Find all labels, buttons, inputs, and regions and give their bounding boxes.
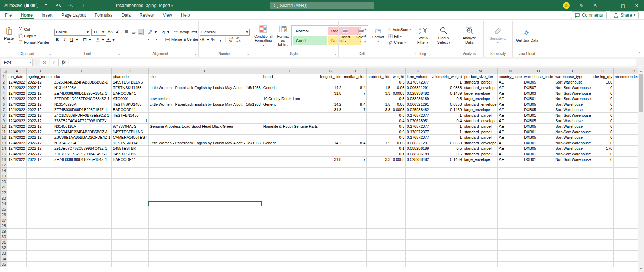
- cell-B35[interactable]: [27, 262, 53, 267]
- cell-J32[interactable]: [392, 245, 406, 251]
- cell-A34[interactable]: [7, 256, 27, 262]
- cell-R15[interactable]: 0: [614, 151, 638, 157]
- cell-C32[interactable]: [53, 245, 111, 251]
- cell-G1[interactable]: longest_side: [319, 74, 343, 79]
- column-header-P[interactable]: P: [554, 68, 592, 74]
- cell-A18[interactable]: [7, 168, 27, 173]
- cell-M16[interactable]: large_envelope: [463, 157, 498, 162]
- tab-home[interactable]: Home: [16, 11, 37, 19]
- cell-J26[interactable]: [392, 212, 406, 217]
- cell-A1[interactable]: run_date: [7, 74, 27, 79]
- cell-N15[interactable]: AE: [498, 151, 523, 157]
- column-header-Q[interactable]: Q: [592, 68, 614, 74]
- cell-K14[interactable]: 0.088286189: [406, 146, 430, 151]
- scroll-down-icon[interactable]: ▼: [638, 266, 644, 272]
- cell-H25[interactable]: [343, 206, 366, 212]
- cell-L26[interactable]: [430, 212, 463, 217]
- cell-L27[interactable]: [430, 217, 463, 223]
- cell-K25[interactable]: [406, 206, 430, 212]
- cell-I20[interactable]: [367, 179, 392, 184]
- cell-R17[interactable]: [614, 162, 638, 168]
- cell-D35[interactable]: [112, 262, 149, 267]
- cell-M18[interactable]: [463, 168, 498, 173]
- cell-B34[interactable]: [27, 256, 53, 262]
- cell-F18[interactable]: [262, 168, 319, 173]
- cell-J28[interactable]: [392, 223, 406, 229]
- cell-L28[interactable]: [430, 223, 463, 229]
- cell-J4[interactable]: 0.0003: [392, 90, 406, 96]
- number-format-select[interactable]: General▾: [200, 29, 250, 36]
- cell-style-good[interactable]: Good: [293, 36, 327, 45]
- row-header-29[interactable]: 29: [1, 229, 7, 234]
- cell-P16[interactable]: Non-Sort Warehouse: [554, 157, 592, 162]
- increase-indent-button[interactable]: [155, 36, 161, 42]
- cell-M14[interactable]: standard_parcel: [463, 146, 498, 151]
- cell-G15[interactable]: [319, 151, 343, 157]
- cell-C11[interactable]: Z6250434E224FAB3DB5BCZ-1: [53, 129, 111, 135]
- cell-Q14[interactable]: 170: [592, 146, 614, 151]
- cell-R2[interactable]: 100: [614, 79, 638, 85]
- cell-N25[interactable]: [498, 206, 523, 212]
- cell-L20[interactable]: [430, 179, 463, 184]
- cell-I28[interactable]: [367, 223, 392, 229]
- cell-H2[interactable]: [343, 79, 366, 85]
- underline-button[interactable]: U: [69, 37, 75, 43]
- cell-J23[interactable]: [392, 195, 406, 201]
- cell-R32[interactable]: [614, 245, 638, 251]
- cell-N12[interactable]: AE: [498, 135, 523, 140]
- cell-E5[interactable]: new perfume: [148, 96, 262, 101]
- align-top-button[interactable]: [123, 29, 129, 35]
- cell-J2[interactable]: 0.5: [392, 79, 406, 85]
- row-header-20[interactable]: 20: [1, 179, 7, 184]
- cell-F9[interactable]: [262, 118, 319, 124]
- cell-A31[interactable]: [7, 240, 27, 245]
- comma-style-button[interactable]: ,: [217, 37, 224, 43]
- cell-R18[interactable]: [614, 168, 638, 173]
- comments-button[interactable]: Comments: [571, 11, 606, 19]
- cell-B9[interactable]: 2022-12: [27, 118, 53, 124]
- cell-M5[interactable]: large_envelope: [463, 96, 498, 101]
- cell-J21[interactable]: [392, 184, 406, 190]
- cell-Q3[interactable]: 0: [592, 85, 614, 90]
- cell-H14[interactable]: [343, 146, 366, 151]
- cell-P1[interactable]: warehouse_type: [554, 74, 592, 79]
- row-header-32[interactable]: 32: [1, 245, 7, 251]
- cell-G28[interactable]: [319, 223, 343, 229]
- cell-O31[interactable]: [523, 240, 554, 245]
- cell-C24[interactable]: [53, 201, 111, 206]
- cell-R30[interactable]: [614, 234, 638, 240]
- styles-dialog-launcher[interactable]: ↘: [333, 52, 337, 56]
- cell-L2[interactable]: 1: [430, 79, 463, 85]
- cell-D24[interactable]: [112, 201, 149, 206]
- font-family-select[interactable]: Calibri▾: [54, 29, 90, 36]
- cell-O9[interactable]: DXB05: [523, 118, 554, 124]
- wrap-text-button[interactable]: abWrap Text: [173, 29, 198, 35]
- cell-E14[interactable]: [148, 146, 262, 151]
- cell-K26[interactable]: [406, 212, 430, 217]
- cell-H6[interactable]: 8.4: [343, 101, 366, 107]
- cell-O5[interactable]: DXB01: [523, 96, 554, 101]
- cell-J3[interactable]: 0.05: [392, 85, 406, 90]
- cell-G11[interactable]: [319, 129, 343, 135]
- cell-Q31[interactable]: [592, 240, 614, 245]
- cell-Q12[interactable]: 0: [592, 135, 614, 140]
- cell-F24[interactable]: [262, 201, 319, 206]
- cell-B4[interactable]: 2022-12: [27, 90, 53, 96]
- cell-K4[interactable]: 0.025938482: [406, 90, 430, 96]
- cell-D31[interactable]: [112, 240, 149, 245]
- cell-Q24[interactable]: [592, 201, 614, 206]
- cell-I15[interactable]: [367, 151, 392, 157]
- cell-O17[interactable]: [523, 162, 554, 168]
- cell-A27[interactable]: [7, 217, 27, 223]
- cell-F5[interactable]: 10 Crosby Derek Lam: [262, 96, 319, 101]
- cell-J10[interactable]: 0.5: [392, 124, 406, 129]
- cell-E18[interactable]: [148, 168, 262, 173]
- cell-I10[interactable]: [367, 124, 392, 129]
- row-header-30[interactable]: 30: [1, 234, 7, 240]
- cell-F6[interactable]: Generic: [262, 101, 319, 107]
- cell-J35[interactable]: [392, 262, 406, 267]
- cell-C35[interactable]: [53, 262, 111, 267]
- cell-L33[interactable]: [430, 251, 463, 256]
- cell-B22[interactable]: [27, 190, 53, 195]
- cell-K22[interactable]: [406, 190, 430, 195]
